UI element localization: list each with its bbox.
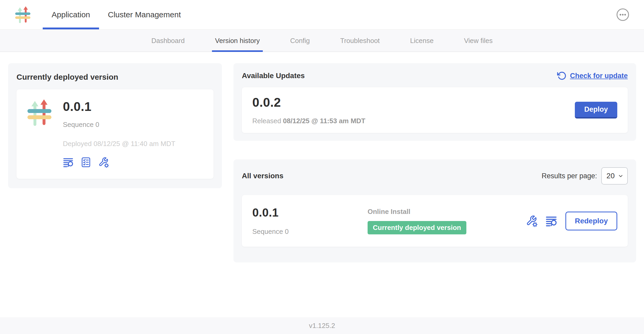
row-sequence: Sequence 0 (252, 228, 368, 236)
tab-cluster-management[interactable]: Cluster Management (99, 0, 190, 29)
released-date: 08/12/25 @ 11:53 am MDT (283, 117, 365, 125)
tab-license-label: License (410, 37, 434, 45)
tab-license[interactable]: License (407, 30, 437, 52)
results-per-page-label: Results per page: (542, 172, 597, 180)
results-per-page-select[interactable]: 20 (601, 167, 628, 185)
app-subnav: Dashboard Version history Config Trouble… (0, 30, 644, 52)
preflight-checks-button[interactable] (81, 157, 91, 168)
tab-dashboard-label: Dashboard (151, 37, 185, 45)
version-row: 0.0.1 Sequence 0 Online Install Currentl… (242, 195, 628, 247)
tab-config[interactable]: Config (287, 30, 313, 52)
deployed-version-card: 0.0.1 Sequence 0 Deployed 08/12/25 @ 11:… (17, 89, 214, 179)
results-per-page-value: 20 (607, 172, 615, 180)
deployed-version-info: 0.0.1 Sequence 0 Deployed 08/12/25 @ 11:… (63, 99, 175, 168)
app-logo (15, 6, 31, 23)
all-versions-header: All versions Results per page: 20 (242, 167, 628, 185)
check-for-update-label: Check for update (570, 72, 628, 80)
admin-console-page: Application Cluster Management Dashboard… (0, 0, 644, 334)
tab-troubleshoot[interactable]: Troubleshoot (337, 30, 383, 52)
redeploy-button[interactable]: Redeploy (565, 212, 617, 230)
deployed-version-number: 0.0.1 (63, 99, 175, 114)
row-version-number: 0.0.1 (252, 206, 368, 219)
row-config-button[interactable] (526, 215, 538, 227)
tab-config-label: Config (290, 37, 310, 45)
deployed-timestamp: Deployed 08/12/25 @ 11:40 am MDT (63, 140, 175, 148)
console-footer: v1.125.2 (0, 317, 644, 334)
tab-version-history-label: Version history (215, 37, 260, 45)
console-version: v1.125.2 (309, 322, 335, 330)
tab-troubleshoot-label: Troubleshoot (340, 37, 380, 45)
version-row-status: Online Install Currently deployed versio… (368, 208, 526, 234)
config-wrench-icon (98, 157, 109, 168)
released-prefix: Released (252, 117, 281, 125)
config-wrench-icon (526, 215, 538, 227)
results-per-page: Results per page: 20 (542, 167, 628, 185)
currently-deployed-title: Currently deployed version (17, 73, 214, 82)
version-row-info: 0.0.1 Sequence 0 (252, 206, 368, 236)
deployed-app-logo (27, 99, 52, 168)
main-content: Currently deployed version 0.0.1 Sequenc… (0, 52, 644, 262)
currently-deployed-card: Currently deployed version 0.0.1 Sequenc… (8, 63, 222, 188)
tab-application[interactable]: Application (43, 0, 99, 29)
app-logo-icon (15, 6, 31, 23)
version-row-actions: Redeploy (526, 212, 617, 230)
update-version-number: 0.0.2 (252, 95, 575, 110)
tab-view-files-label: View files (464, 37, 493, 45)
primary-nav: Application Cluster Management (43, 0, 190, 29)
view-config-button[interactable] (98, 157, 109, 168)
row-deploy-logs-button[interactable] (545, 215, 558, 227)
check-for-update-link[interactable]: Check for update (557, 71, 628, 80)
deployed-actions (63, 157, 175, 168)
chevron-down-icon (618, 173, 624, 179)
deploy-button[interactable]: Deploy (575, 102, 617, 118)
currently-deployed-badge: Currently deployed version (368, 221, 466, 234)
deploy-logs-button[interactable] (63, 157, 74, 168)
right-column: Available Updates Check for update 0.0.2… (233, 63, 636, 262)
all-versions-title: All versions (242, 172, 283, 180)
tab-application-label: Application (52, 10, 90, 19)
available-updates-title: Available Updates (242, 72, 305, 80)
refresh-ccw-icon (557, 71, 566, 80)
tab-cluster-management-label: Cluster Management (108, 10, 181, 19)
install-type-label: Online Install (368, 208, 526, 216)
update-version-card: 0.0.2 Released 08/12/25 @ 11:53 am MDT D… (242, 87, 628, 133)
tab-dashboard[interactable]: Dashboard (148, 30, 188, 52)
deployed-sequence: Sequence 0 (63, 121, 175, 129)
available-updates-card: Available Updates Check for update 0.0.2… (233, 63, 636, 141)
update-version-info: 0.0.2 Released 08/12/25 @ 11:53 am MDT (252, 95, 575, 125)
deploy-logs-icon (63, 157, 74, 168)
all-versions-card: All versions Results per page: 20 0.0. (233, 159, 636, 262)
app-logo-icon (27, 99, 52, 126)
tab-view-files[interactable]: View files (461, 30, 496, 52)
update-released-timestamp: Released 08/12/25 @ 11:53 am MDT (252, 117, 575, 125)
tab-version-history[interactable]: Version history (212, 30, 263, 52)
deploy-logs-icon (545, 215, 558, 227)
ellipsis-circle-icon (616, 8, 629, 21)
preflight-checks-icon (81, 157, 91, 168)
app-header: Application Cluster Management (0, 0, 644, 30)
available-updates-header: Available Updates Check for update (242, 71, 628, 80)
overflow-menu-button[interactable] (616, 8, 629, 21)
